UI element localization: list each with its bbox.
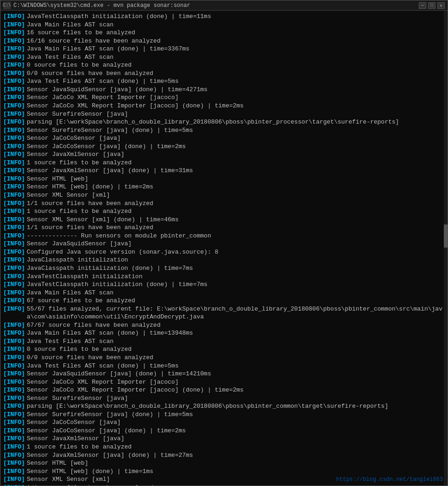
line-content: 0 source files to be analyzed: [27, 61, 132, 69]
line-tag: [INFO]: [3, 418, 25, 427]
scrollbar-thumb[interactable]: [444, 224, 448, 248]
line-content: Sensor JaCoCoSensor [java] (done) | time…: [27, 143, 186, 151]
line-tag: [INFO]: [3, 337, 25, 346]
line-content: Sensor HTML [web]: [27, 459, 88, 467]
line-content: JavaClasspath initialization: [27, 256, 128, 264]
line-content: 1 source files to be analyzed: [27, 159, 132, 167]
line-content: parsing [E:\workSpace\branch_o_double_li…: [27, 402, 388, 411]
line-content: Sensor XML Sensor [xml]: [27, 475, 110, 484]
line-tag: [INFO]: [3, 118, 25, 126]
line-tag: [INFO]: [3, 77, 25, 86]
line-tag: [INFO]: [3, 362, 25, 370]
line-content: Sensor JavaXmlSensor [java] (done) | tim…: [27, 167, 193, 175]
terminal-line: [INFO]Sensor JaCoCo XML Report Importer …: [3, 93, 445, 102]
terminal-line: [INFO]-------------- Run sensors on modu…: [3, 232, 445, 240]
line-tag: [INFO]: [3, 370, 25, 378]
close-button[interactable]: ✕: [437, 2, 445, 9]
line-content: Java Main Files AST scan: [27, 289, 114, 297]
line-content: Sensor JaCoCo XML Report Importer [jacoc…: [27, 386, 244, 394]
line-content: Sensor HTML [web]: [27, 175, 88, 183]
terminal-line: [INFO]Sensor HTML [web] (done) | time=1m…: [3, 467, 445, 476]
terminal-line: [INFO]0 source files to be analyzed: [3, 345, 445, 354]
line-content: Sensor JavaSquidSensor [java] (done) | t…: [27, 86, 208, 94]
line-content: Java Main Files AST scan (done) | time=1…: [27, 329, 193, 337]
terminal-body: [INFO]JavaTestClasspath initialization (…: [0, 11, 448, 486]
line-content: Sensor JaCoCo XML Report Importer [jacoc…: [27, 93, 179, 102]
line-tag: [INFO]: [3, 69, 25, 78]
line-tag: [INFO]: [3, 378, 25, 386]
line-content: parsing [E:\workSpace\branch_o_double_li…: [27, 118, 399, 126]
scrollbar[interactable]: [444, 11, 448, 486]
line-tag: [INFO]: [3, 273, 25, 281]
title-bar-controls: — □ ✕: [419, 2, 445, 9]
terminal-line: [INFO]1/1 source files have been analyze…: [3, 224, 445, 232]
line-tag: [INFO]: [3, 175, 25, 183]
line-tag: [INFO]: [3, 191, 25, 199]
line-tag: [INFO]: [3, 305, 25, 313]
line-content: Sensor JaCoCo XML Report Importer [jacoc…: [27, 378, 179, 386]
line-tag: [INFO]: [3, 143, 25, 151]
line-content: 0 source files to be analyzed: [27, 345, 132, 354]
line-content: Sensor SurefireSensor [java] (done) | ti…: [27, 126, 193, 135]
line-tag: [INFO]: [3, 459, 25, 467]
maximize-button[interactable]: □: [428, 2, 435, 9]
line-tag: [INFO]: [3, 167, 25, 175]
line-content: Java Main Files AST scan (done) | time=3…: [27, 45, 189, 53]
line-tag: [INFO]: [3, 29, 25, 37]
terminal-line: [INFO]Java Test Files AST scan (done) | …: [3, 77, 445, 86]
terminal-line: [INFO]Configured Java source version (so…: [3, 248, 445, 256]
minimize-button[interactable]: —: [419, 2, 426, 9]
terminal-line: [INFO]1/1 source files have been analyze…: [3, 484, 445, 486]
line-tag: [INFO]: [3, 354, 25, 362]
line-tag: [INFO]: [3, 61, 25, 69]
terminal-line: [INFO]Sensor JavaXmlSensor [java]: [3, 435, 445, 443]
terminal-line: [INFO]Java Main Files AST scan: [3, 21, 445, 29]
line-content: 1/1 source files have been analyzed: [27, 199, 153, 208]
terminal-line: [INFO]Sensor SurefireSensor [java] (done…: [3, 411, 445, 419]
output-lines: [INFO]JavaTestClasspath initialization (…: [3, 12, 445, 486]
title-bar: C:\ C:\WINDOWS\system32\cmd.exe - mvn pa…: [0, 0, 448, 11]
line-tag: [INFO]: [3, 110, 25, 118]
terminal-line: [INFO]Sensor XML Sensor [xml] (done) | t…: [3, 216, 445, 224]
line-tag: [INFO]: [3, 321, 25, 330]
terminal-line: [INFO]Sensor JavaSquidSensor [java]: [3, 240, 445, 248]
line-tag: [INFO]: [3, 467, 25, 476]
line-tag: [INFO]: [3, 427, 25, 435]
terminal-line: [INFO]Sensor JavaXmlSensor [java] (done)…: [3, 451, 445, 460]
line-content: 0/0 source files have been analyzed: [27, 354, 153, 362]
line-content: Sensor JaCoCoSensor [java] (done) | time…: [27, 427, 186, 435]
line-tag: [INFO]: [3, 37, 25, 45]
line-content: Sensor JavaSquidSensor [java]: [27, 240, 132, 248]
line-tag: [INFO]: [3, 280, 25, 289]
terminal-line: [INFO]Sensor SurefireSensor [java]: [3, 394, 445, 403]
line-content: Sensor XML Sensor [xml]: [27, 191, 110, 199]
line-tag: [INFO]: [3, 248, 25, 256]
terminal-line: [INFO]Sensor JaCoCoSensor [java] (done) …: [3, 143, 445, 151]
terminal-line: [INFO]Sensor SurefireSensor [java]: [3, 110, 445, 118]
line-tag: [INFO]: [3, 159, 25, 167]
line-content: Sensor JaCoCoSensor [java]: [27, 134, 121, 143]
terminal-line: [INFO]Sensor SurefireSensor [java] (done…: [3, 126, 445, 135]
line-tag: [INFO]: [3, 102, 25, 110]
line-content: 67/67 source files have been analyzed: [27, 321, 161, 330]
line-content: Sensor HTML [web] (done) | time=1ms: [27, 467, 153, 476]
line-content: Java Test Files AST scan (done) | time=5…: [27, 77, 179, 86]
terminal-line: [INFO]Sensor XML Sensor [xml]: [3, 191, 445, 199]
line-tag: [INFO]: [3, 289, 25, 297]
line-content: Sensor SurefireSensor [java]: [27, 394, 128, 403]
line-content: Sensor XML Sensor [xml] (done) | time=46…: [27, 216, 179, 224]
terminal-line: [INFO]Sensor JaCoCo XML Report Importer …: [3, 378, 445, 386]
terminal-line: [INFO]1 source files to be analyzed: [3, 207, 445, 216]
line-tag: [INFO]: [3, 150, 25, 159]
line-content: Java Test Files AST scan: [27, 53, 114, 62]
line-content: JavaTestClasspath initialization (done) …: [27, 12, 211, 21]
line-tag: [INFO]: [3, 45, 25, 53]
line-tag: [INFO]: [3, 53, 25, 62]
line-content: 1 source files to be analyzed: [27, 207, 132, 216]
line-tag: [INFO]: [3, 394, 25, 403]
line-tag: [INFO]: [3, 402, 25, 411]
line-content: 16 source files to be analyzed: [27, 29, 135, 37]
terminal-line: [INFO]Java Test Files AST scan (done) | …: [3, 362, 445, 370]
line-tag: [INFO]: [3, 183, 25, 191]
line-content: Sensor SurefireSensor [java]: [27, 110, 128, 118]
